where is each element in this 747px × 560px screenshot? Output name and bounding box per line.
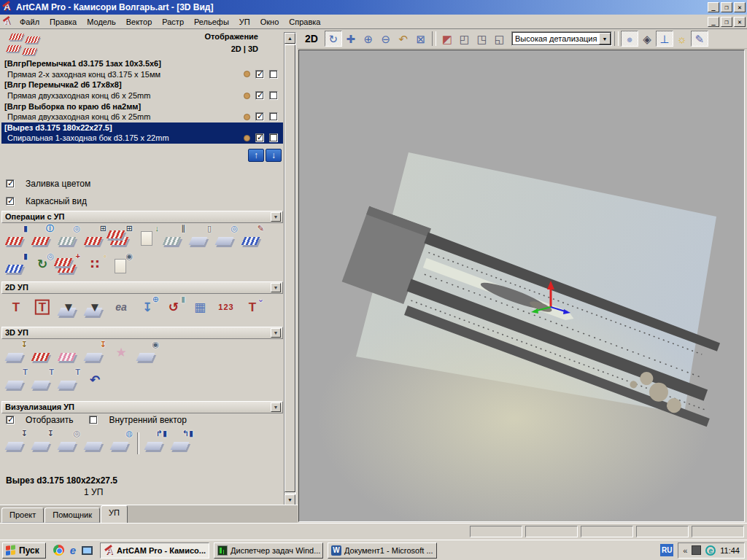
panel-scrollbar[interactable]: ▲ ▼: [284, 32, 296, 506]
show-3d-checkbox[interactable]: [269, 91, 278, 100]
toolpath-information-icon[interactable]: ⓘ: [29, 225, 55, 249]
menu-Окно[interactable]: Окно: [255, 16, 285, 28]
raster-relief-icon[interactable]: [55, 341, 82, 365]
chrome-icon[interactable]: [53, 545, 64, 556]
merge-toolpaths-icon[interactable]: +: [55, 252, 82, 277]
section-collapse-icon[interactable]: ▼: [271, 283, 281, 292]
Внутренний вектор-checkbox[interactable]: [89, 416, 98, 424]
language-indicator[interactable]: RU: [660, 544, 673, 556]
toolpath-template-icon[interactable]: ↓: [134, 225, 160, 249]
close-button[interactable]: ✕: [734, 2, 746, 12]
toolpath-tool-row[interactable]: Прямая двухзаходная конц d6 x 25mm: [1, 112, 283, 122]
child-minimize-button[interactable]: _: [708, 17, 719, 27]
3d-viewport[interactable]: [298, 50, 745, 522]
calculate-toolpath-icon[interactable]: ⊞: [82, 225, 108, 249]
simulate-toolpath-control-icon[interactable]: ↧: [3, 429, 29, 454]
profile-toolpath-icon[interactable]: T: [3, 295, 29, 320]
menu-Растр[interactable]: Растр: [157, 16, 189, 28]
minimize-button[interactable]: _: [708, 2, 719, 12]
save-toolpath-icon[interactable]: ▮: [3, 225, 29, 249]
toolpath-tool-row[interactable]: Спиральная 1-заходная бок d3.175 x 22mm: [1, 133, 283, 144]
show-2d-checkbox[interactable]: [255, 112, 264, 121]
toolpath-nesting-icon[interactable]: ∷◦: [82, 252, 108, 277]
section-collapse-icon[interactable]: ▼: [271, 328, 281, 338]
relief-edit-toggle-icon[interactable]: ✎: [691, 31, 708, 47]
milling-machine-icon[interactable]: ▦: [187, 295, 213, 320]
save-simulation-icon[interactable]: ↱▮: [142, 429, 169, 454]
show-desktop-icon[interactable]: [82, 546, 93, 555]
engrave-plate-front-icon[interactable]: T: [3, 368, 29, 393]
show-3d-checkbox[interactable]: [269, 70, 278, 79]
scrollbar-thumb[interactable]: [285, 44, 295, 492]
copy-toolpath-icon[interactable]: ◎: [55, 225, 82, 249]
show-3d-checkbox[interactable]: [269, 133, 278, 142]
zoom-previous-icon[interactable]: ↶: [395, 31, 412, 47]
menu-Модель[interactable]: Модель: [82, 16, 120, 28]
transform-toolpath-icon[interactable]: ↻◎: [29, 252, 55, 277]
child-restore-button[interactable]: ❐: [721, 17, 732, 27]
view-along-z-icon[interactable]: ◱: [491, 31, 508, 47]
move-toolpath-down-button[interactable]: ↓: [266, 149, 282, 162]
area-clearance-toolpath-icon[interactable]: T: [29, 295, 55, 320]
show-2d-checkbox[interactable]: [255, 91, 264, 100]
toolpath-tool-row[interactable]: Прямая двухзаходная конц d6 x 25mm: [1, 90, 283, 101]
section-collapse-icon[interactable]: ▼: [271, 212, 281, 222]
drilling-toolpath-icon[interactable]: ↧⊕: [134, 295, 160, 320]
light-toggle-icon[interactable]: ☼: [673, 31, 691, 47]
tab-Помощник[interactable]: Помощник: [44, 508, 100, 523]
menu-УП[interactable]: УП: [234, 16, 255, 28]
zoom-in-icon[interactable]: ⊕: [360, 31, 377, 47]
inspect-toolpath-icon[interactable]: ◉: [134, 341, 160, 365]
child-close-button[interactable]: ✕: [734, 17, 746, 27]
restore-button[interactable]: ❐: [721, 2, 732, 12]
menu-Рельефы[interactable]: Рельефы: [189, 16, 234, 28]
toolpath-group-row[interactable]: [ВлгрПеремычка1 d3.175 1зах 10x3.5x6]: [1, 58, 283, 69]
import-toolpath-icon[interactable]: ▮: [3, 252, 29, 277]
material-cylinder-icon[interactable]: ◎: [213, 225, 239, 249]
view-along-x-icon[interactable]: ◰: [456, 31, 473, 47]
start-button[interactable]: Пуск: [2, 542, 46, 559]
internet-explorer-icon[interactable]: e: [70, 545, 76, 556]
v-bit-carving-icon[interactable]: ▼: [55, 295, 82, 320]
rotate-view-icon[interactable]: ↻: [325, 31, 342, 47]
isometric-view-icon[interactable]: ◩: [438, 31, 456, 47]
chevron-down-icon[interactable]: ▼: [599, 33, 611, 44]
menu-Правка[interactable]: Правка: [44, 16, 82, 28]
feature-machining-icon[interactable]: ↧: [82, 341, 108, 365]
detail-level-select[interactable]: Высокая детализация ▼: [511, 31, 612, 46]
fill-color-checkbox[interactable]: [6, 179, 15, 188]
machining-order-icon[interactable]: 123: [213, 295, 239, 320]
toolpath-tool-row[interactable]: Прямая 2-х заходная конц d3.175 x 15мм: [1, 69, 283, 80]
taskbar-task-word[interactable]: WДокумент1 - Microsoft ...: [328, 542, 437, 559]
Отобразить-checkbox[interactable]: [6, 416, 15, 424]
engrave-plate-both-icon[interactable]: T: [55, 368, 82, 393]
simulation-preview-icon[interactable]: ◉: [108, 252, 134, 277]
batch-calculate-toolpaths-icon[interactable]: ⊞: [108, 225, 134, 249]
section-collapse-icon[interactable]: ▼: [271, 402, 281, 412]
undo-machining-icon[interactable]: ↶: [82, 368, 108, 393]
taskbar-task-taskmgr[interactable]: Диспетчер задач Wind...: [214, 542, 323, 559]
machine-relief-icon[interactable]: ↧: [3, 341, 29, 365]
axes-toggle-icon[interactable]: ⊥: [656, 31, 673, 47]
scroll-up-icon[interactable]: ▲: [285, 33, 295, 44]
wireframe-mesh-toggle-icon[interactable]: ◈: [638, 31, 656, 47]
shaded-relief-toggle-icon[interactable]: ●: [621, 31, 638, 47]
engrave-plate-back-icon[interactable]: T: [29, 368, 55, 393]
toolpath-group-row[interactable]: [Вырез d3.175 180x22x27.5]: [1, 122, 283, 133]
switch-2d-view-button[interactable]: 2D: [301, 31, 322, 47]
show-3d-checkbox[interactable]: [269, 112, 278, 121]
toolpath-tools-icon[interactable]: ∥: [160, 225, 187, 249]
edit-toolpath-icon[interactable]: ✎: [239, 225, 266, 249]
material-block-icon[interactable]: ▯: [187, 225, 213, 249]
menu-Справка[interactable]: Справка: [284, 16, 325, 28]
show-2d-checkbox[interactable]: [255, 70, 264, 79]
pan-view-icon[interactable]: ✚: [342, 31, 360, 47]
delete-simulation-icon[interactable]: ◍: [108, 429, 134, 454]
tray-antivirus-icon[interactable]: e: [705, 545, 716, 556]
wireframe-checkbox[interactable]: [6, 197, 15, 206]
tab-УП[interactable]: УП: [101, 505, 128, 523]
scroll-down-icon[interactable]: ▼: [285, 494, 295, 505]
show-2d-checkbox[interactable]: [255, 133, 264, 142]
taskbar-task-artcam[interactable]: ArtCAM Pro - Камисо...: [100, 542, 209, 559]
toolpath-group-row[interactable]: [Влгр Перемычка2 d6 17x8x8]: [1, 79, 283, 90]
